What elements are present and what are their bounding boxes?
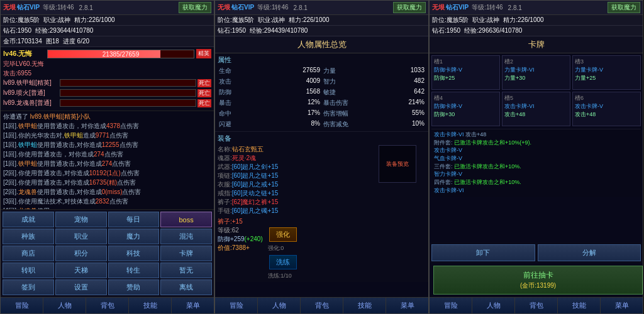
battle-log: 你遭遇了 lv89.铁甲蛆[精英]小队 [1回].铁甲蛆使用普通攻击，对你造成4… xyxy=(1,111,214,209)
log-6: [1回].铁甲蛆使用普通攻击,对你造成274点伤害 xyxy=(3,160,211,168)
nav-bag-2[interactable]: 背包 xyxy=(301,298,343,313)
attributes-section: 属性 生命 27659 力量 1033 攻击 4009 智力 482 xyxy=(215,53,428,132)
nav-adventure-2[interactable]: 冒险 xyxy=(215,298,258,313)
btn-tech[interactable]: 科技 xyxy=(108,246,160,261)
enemy-name-1: lv89.铁甲蛆[精英] xyxy=(3,78,60,87)
panel-battle: 无垠 钻石VIP 等级:1转46 2.8.1 获取魔力 阶位:魔族5阶 职业:战… xyxy=(0,0,214,314)
panel3-bottom-nav: 冒险 人物 背包 技能 菜单 xyxy=(430,297,643,313)
get-power-btn2[interactable]: 获取魔力 xyxy=(393,2,426,13)
nav-skills-3[interactable]: 技能 xyxy=(558,298,601,313)
panel2-bottom-nav: 冒险 人物 背包 技能 菜单 xyxy=(215,297,428,313)
card-slot-1[interactable]: 槽1 防御卡牌-V 防御+25 xyxy=(431,55,500,90)
nav-skills-2[interactable]: 技能 xyxy=(343,298,386,313)
set-atk6-2: 攻击卡牌-VI xyxy=(434,187,638,195)
card-slot-6[interactable]: 槽6 攻击卡牌-V 攻击+48 xyxy=(572,92,641,126)
equip-level: 等级:62 xyxy=(218,226,263,235)
nav-skills-1[interactable]: 技能 xyxy=(129,298,172,313)
btn-race[interactable]: 种族 xyxy=(3,229,54,244)
enemy-bar-1 xyxy=(60,79,196,87)
nav-menu-1[interactable]: 菜单 xyxy=(172,298,214,313)
attr-atk: 攻击 4009 xyxy=(218,77,321,87)
attr-label: 属性 xyxy=(218,55,426,65)
wash-btn[interactable]: 洗练 xyxy=(269,255,297,269)
version-label2: 2.8.1 xyxy=(294,4,308,11)
nav-adventure-3[interactable]: 冒险 xyxy=(430,298,472,313)
level-label3: 等级:1转46 xyxy=(472,3,502,12)
nav-menu-2[interactable]: 菜单 xyxy=(386,298,428,313)
equip-pants: 裤子:[62]魔幻之裤+15 xyxy=(218,198,367,207)
panel3-toprow2: 阶位:魔族5阶 职业:战神 精力:226/1000 xyxy=(430,15,643,26)
unload-card-btn[interactable]: 卸下 xyxy=(431,244,535,261)
panel-attributes: 无垠 钻石VIP 等级:1转46 2.8.1 获取魔力 阶位:魔族5阶 职业:战… xyxy=(214,0,429,314)
btn-boss[interactable]: boss xyxy=(160,212,212,227)
btn-daily[interactable]: 每日 xyxy=(108,212,160,227)
attr-int: 智力 482 xyxy=(322,77,426,87)
exp-label2: 经验:294439/410780 xyxy=(250,26,308,35)
gold-label1: 金币:1703134 xyxy=(3,37,42,46)
nav-menu-3[interactable]: 菜单 xyxy=(601,298,643,313)
enemy-status-3: 死亡 xyxy=(197,99,211,107)
btn-pet[interactable]: 宠物 xyxy=(55,212,107,227)
equip-label: 装备 xyxy=(218,134,426,143)
nav-bag-3[interactable]: 背包 xyxy=(515,298,558,313)
btn-shop[interactable]: 商店 xyxy=(3,246,54,261)
enhance-btn[interactable]: 强化 xyxy=(269,227,297,242)
vip2-label1: 钻石VIP xyxy=(17,3,40,12)
set-atk5: 攻击卡牌-V xyxy=(434,147,638,154)
wash-count: 洗练:1/10 xyxy=(268,272,298,280)
btn-ladder[interactable]: 天梯 xyxy=(55,263,107,278)
btn-transfer[interactable]: 转职 xyxy=(3,263,54,278)
diamond-label1: 钻石:1950 xyxy=(3,26,31,35)
btn-offline[interactable]: 离线 xyxy=(160,279,212,295)
btn-chaos[interactable]: 混沌 xyxy=(160,229,212,244)
rank-label1: 阶位:魔族5阶 xyxy=(3,16,40,24)
nav-bag-1[interactable]: 背包 xyxy=(86,298,129,313)
enhance-cost: 强化:0 xyxy=(268,244,298,252)
nav-character-3[interactable]: 人物 xyxy=(472,298,515,313)
set-bonus-3p: 三件套: 已激活卡牌攻击之和+10%. xyxy=(434,163,638,171)
nav-character-2[interactable]: 人物 xyxy=(258,298,301,313)
exp-label3: 经验:296636/410780 xyxy=(464,26,522,35)
btn-none[interactable]: 暂无 xyxy=(160,263,212,278)
btn-donate[interactable]: 赞助 xyxy=(108,279,160,295)
job-label1: 职业:战神 xyxy=(43,16,70,24)
card-slot-2[interactable]: 槽2 力量卡牌-VI 力量+30 xyxy=(502,55,570,90)
player-hp-bar: 21385/27659 xyxy=(47,50,194,58)
panel2-toprow2: 阶位:魔族5阶 职业:战神 精力:226/1000 xyxy=(215,15,428,26)
btn-power[interactable]: 魔力 xyxy=(108,229,160,244)
equip-price: 价值:7388+ xyxy=(218,244,263,252)
card-section-title: 卡牌 xyxy=(430,36,643,53)
level-label1: 等级:1转46 xyxy=(43,3,74,12)
nav-adventure-1[interactable]: 冒险 xyxy=(1,298,43,313)
btn-card[interactable]: 卡牌 xyxy=(160,246,212,261)
get-power-btn3[interactable]: 获取魔力 xyxy=(608,2,640,13)
panel1-topbar: 无垠 钻石VIP 等级:1转46 2.8.1 获取魔力 xyxy=(1,1,214,15)
player-atk: 攻击:6955 xyxy=(3,69,211,78)
btn-signin[interactable]: 签到 xyxy=(3,279,54,295)
enemy-bar-3 xyxy=(60,99,196,107)
card-slot-5[interactable]: 槽5 攻击卡牌-VI 攻击+48 xyxy=(502,92,570,126)
panel1-toprow3: 钻石:1950 经验:293644/410780 xyxy=(1,26,214,36)
btn-job[interactable]: 职业 xyxy=(55,229,107,244)
diamond-label2: 钻石:1950 xyxy=(218,26,246,35)
card-slot-3[interactable]: 槽3 力量卡牌-V 力量+25 xyxy=(572,55,641,90)
decompose-card-btn[interactable]: 分解 xyxy=(538,244,641,261)
btn-achievement[interactable]: 成就 xyxy=(3,212,54,227)
vip-label2: 无垠 xyxy=(218,3,230,12)
log-10: [3回].你使用魔法技术,对技体造成2832点伤害 xyxy=(3,197,211,206)
panel1-bottom-nav: 冒险 人物 背包 技能 菜单 xyxy=(1,297,214,313)
nav-character-1[interactable]: 人物 xyxy=(43,298,86,313)
attr-dodge: 闪避 8% xyxy=(218,119,321,129)
panel-cards: 无垠 钻石VIP 等级:1转46 2.8.1 获取魔力 阶位:魔族5阶 职业:战… xyxy=(429,0,643,314)
card-slot-4[interactable]: 槽4 防御卡牌-V 防御+30 xyxy=(431,92,500,126)
draw-card-btn[interactable]: 前往抽卡 (金币:13199) xyxy=(433,266,643,295)
set-int5: 智力卡牌-V xyxy=(434,171,638,178)
log-5: [1回].你使用普通攻击，对你造成274点伤害 xyxy=(3,150,211,159)
log-1: 你遭遇了 lv89.铁甲蛆[精英]小队 xyxy=(3,112,211,121)
equip-soul: 魂器:死灵·2魂 xyxy=(218,154,367,163)
btn-score[interactable]: 积分 xyxy=(55,246,107,261)
get-power-btn1[interactable]: 获取魔力 xyxy=(179,2,211,13)
btn-settings[interactable]: 设置 xyxy=(55,279,107,295)
btn-rebirth[interactable]: 转生 xyxy=(108,263,160,278)
enemy-row-1: lv89.铁甲蛆[精英] 死亡 xyxy=(3,78,211,87)
